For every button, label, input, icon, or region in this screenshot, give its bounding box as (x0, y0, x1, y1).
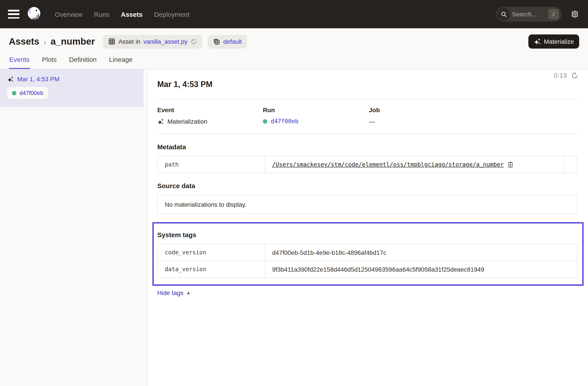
breadcrumb: Assets › a_number (9, 36, 95, 47)
event-timestamp: Mar 1, 4:53 PM (17, 76, 60, 82)
primary-nav: Overview Runs Assets Deployment (55, 10, 189, 18)
reload-icon[interactable] (191, 38, 197, 45)
search-shortcut-badge: / (548, 9, 559, 20)
source-data-heading: Source data (157, 182, 577, 189)
tab-plots[interactable]: Plots (42, 54, 57, 69)
source-data-empty-message: No materializations to display. (157, 195, 577, 214)
dagster-app: Overview Runs Assets Deployment / Assets… (0, 0, 588, 386)
breadcrumb-assets[interactable]: Assets (9, 36, 39, 47)
run-id-link[interactable]: d47f00eb (271, 118, 298, 124)
top-nav-bar: Overview Runs Assets Deployment / (0, 0, 588, 28)
asset-chip-prefix: Asset in (118, 38, 141, 45)
system-tags-heading: System tags (157, 231, 577, 239)
table-row: data_version 9f3b411a390fd22e158d446d5d1… (158, 261, 577, 277)
hide-tags-link[interactable]: Hide tags ▲ (157, 289, 190, 296)
hamburger-menu-icon[interactable] (8, 10, 20, 19)
metadata-row-action-cell (564, 156, 577, 173)
sparkle-icon (534, 38, 541, 45)
global-search[interactable]: / (496, 7, 562, 22)
copy-icon[interactable] (507, 161, 514, 168)
gear-icon[interactable] (570, 10, 579, 19)
repo-chip: default (208, 35, 247, 48)
event-title: Mar 1, 4:53 PM (157, 80, 577, 89)
materialize-button[interactable]: Materialize (528, 34, 579, 49)
run-id-label: d47f00eb (20, 90, 43, 96)
dagster-logo[interactable] (26, 6, 42, 22)
materialize-label: Materialize (544, 38, 574, 45)
system-tags-highlight-box: System tags code_version d47f00eb-5d1b-4… (152, 222, 584, 286)
job-column-label: Job (369, 106, 577, 114)
nav-item-assets[interactable]: Assets (121, 10, 143, 18)
asset-file-link[interactable]: vanilla_asset.py (144, 38, 188, 45)
caret-up-icon: ▲ (187, 291, 190, 295)
asset-page-header: Assets › a_number Asset in vanilla_asset… (0, 28, 588, 69)
job-value: — (369, 118, 375, 125)
nav-item-runs[interactable]: Runs (94, 10, 109, 18)
metadata-table: path /Users/smackesey/stm/code/elementl/… (157, 156, 577, 173)
run-id-pill[interactable]: d47f00eb (7, 87, 48, 99)
search-input[interactable] (511, 10, 548, 18)
metadata-path-link[interactable]: /Users/smackesey/stm/code/elementl/oss/t… (272, 161, 504, 168)
repo-grid-icon (213, 38, 220, 45)
timer-countdown: 0:13 (554, 72, 567, 79)
tab-definition[interactable]: Definition (68, 54, 97, 69)
event-column-label: Event (157, 106, 263, 114)
metadata-heading: Metadata (157, 143, 577, 151)
refresh-timer: 0:13 (554, 72, 578, 79)
search-icon (497, 7, 510, 21)
table-row: path /Users/smackesey/stm/code/elementl/… (158, 156, 577, 173)
run-column-label: Run (263, 106, 369, 114)
nav-item-deployment[interactable]: Deployment (154, 10, 189, 18)
run-status-dot (263, 119, 267, 123)
asset-tabs: Events Plots Definition Lineage (9, 54, 133, 69)
tag-key: data_version (158, 261, 265, 277)
table-row: code_version d47f00eb-5d1b-4e9e-b18c-489… (158, 244, 577, 261)
tag-key: code_version (158, 244, 265, 261)
repo-link[interactable]: default (223, 38, 242, 45)
event-list-sidebar: Mar 1, 4:53 PM d47f00eb (0, 69, 147, 386)
materialization-sparkle-icon (7, 76, 14, 82)
asset-definition-chip: Asset in vanilla_asset.py (103, 35, 203, 48)
refresh-icon[interactable] (571, 72, 578, 79)
tag-value: d47f00eb-5d1b-4e9e-b18c-4896af4bd17c (272, 249, 386, 256)
system-tags-table: code_version d47f00eb-5d1b-4e9e-b18c-489… (157, 244, 577, 278)
materialization-sparkle-icon (157, 118, 164, 125)
tab-lineage[interactable]: Lineage (109, 54, 133, 69)
page-title: a_number (51, 36, 95, 47)
chevron-right-icon: › (44, 38, 46, 47)
metadata-key: path (158, 156, 265, 173)
tab-events[interactable]: Events (9, 54, 30, 69)
event-type-value: Materialization (168, 118, 208, 125)
asset-table-icon (108, 38, 115, 45)
tag-value: 9f3b411a390fd22e158d446d5d12504963596aa6… (272, 266, 484, 273)
hide-tags-label: Hide tags (157, 289, 183, 296)
event-detail-panel: 0:13 Mar 1, 4:53 PM Event Mat (147, 69, 588, 386)
event-list-item[interactable]: Mar 1, 4:53 PM d47f00eb (0, 69, 147, 107)
nav-item-overview[interactable]: Overview (55, 10, 82, 18)
run-status-dot (12, 91, 16, 95)
